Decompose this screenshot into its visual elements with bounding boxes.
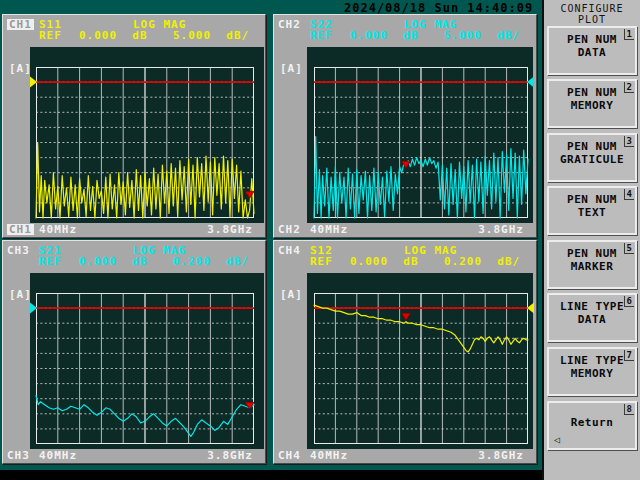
softkey-label: MARKER xyxy=(549,260,635,273)
softkey-number-badge: 6 xyxy=(624,296,634,307)
softkey-number-badge: 8 xyxy=(624,404,634,415)
sidebar-title: CONFIGUREPLOT xyxy=(544,3,640,25)
ref-label: REF xyxy=(310,30,333,41)
ref-label: REF xyxy=(310,256,333,267)
softkey-label: PEN NUM xyxy=(549,140,635,153)
scale-value: 5.000 dB/ xyxy=(444,30,520,41)
marker-ref-label: [A] xyxy=(9,63,32,74)
stop-frequency: 3.8GHz xyxy=(207,450,253,461)
graticule xyxy=(36,293,254,444)
channel-label: CH3 xyxy=(7,245,30,256)
channel-label: CH3 xyxy=(7,450,30,461)
softkey-number-badge: 2 xyxy=(624,82,634,93)
trace-plot xyxy=(314,67,528,218)
channel-label: CH1 xyxy=(7,19,34,30)
bottom-black-bar xyxy=(0,470,542,480)
channel-1-panel: CH1 S11 LOG MAG REF 0.000 dB 5.000 dB/ [… xyxy=(2,14,266,238)
graticule xyxy=(36,67,254,218)
stop-frequency: 3.8GHz xyxy=(478,224,524,235)
softkey-line-type-data[interactable]: 6 LINE TYPE DATA xyxy=(547,293,637,342)
softkey-label: PEN NUM xyxy=(549,33,635,46)
ref-value: 0.000 dB xyxy=(350,256,419,267)
graticule xyxy=(314,293,528,444)
softkey-number-badge: 7 xyxy=(624,350,634,361)
softkey-return[interactable]: 8 Return ◁ xyxy=(547,401,637,450)
softkey-label: LINE TYPE xyxy=(549,300,635,313)
softkey-number-badge: 5 xyxy=(624,243,634,254)
start-frequency: 40MHz xyxy=(310,224,348,235)
softkey-pen-num-graticule[interactable]: 3 PEN NUM GRATICULE xyxy=(547,133,637,182)
softkey-label: PEN NUM xyxy=(549,247,635,260)
softkey-sidebar: CONFIGUREPLOT 1 PEN NUM DATA 2 PEN NUM M… xyxy=(542,0,640,480)
stop-frequency: 3.8GHz xyxy=(207,224,253,235)
softkey-number-badge: 3 xyxy=(624,136,634,147)
softkey-label: GRATICULE xyxy=(549,153,635,166)
marker-ref-label: [A] xyxy=(280,63,303,74)
ref-label: REF xyxy=(39,30,62,41)
ref-label: REF xyxy=(39,256,62,267)
channel-label: CH2 xyxy=(278,224,301,235)
softkey-label: LINE TYPE xyxy=(549,354,635,367)
scale-value: 0.200 dB/ xyxy=(173,256,249,267)
start-frequency: 40MHz xyxy=(39,450,77,461)
softkey-label: MEMORY xyxy=(549,367,635,380)
channel-2-panel: CH2 S22 LOG MAG REF 0.000 dB 5.000 dB/ [… xyxy=(273,14,537,238)
channel-3-panel: CH3 S21 LOG MAG REF 0.000 dB 0.200 dB/ [… xyxy=(2,240,266,464)
softkey-pen-num-marker[interactable]: 5 PEN NUM MARKER xyxy=(547,240,637,289)
graticule xyxy=(314,67,528,218)
trace-plot xyxy=(36,67,254,218)
softkey-pen-num-memory[interactable]: 2 PEN NUM MEMORY xyxy=(547,79,637,128)
softkey-line-type-memory[interactable]: 7 LINE TYPE MEMORY xyxy=(547,347,637,396)
return-arrow-icon: ◁ xyxy=(554,435,560,445)
channel-label: CH2 xyxy=(278,19,301,30)
ref-value: 0.000 dB xyxy=(350,30,419,41)
softkey-number-badge: 4 xyxy=(624,189,634,200)
softkey-label: Return xyxy=(549,416,635,429)
marker-ref-label: [A] xyxy=(280,289,303,300)
channel-2-footer: CH2 40MHz 3.8GHz xyxy=(274,223,536,237)
channel-1-footer: CH1 40MHz 3.8GHz xyxy=(3,223,265,237)
ref-value: 0.000 dB xyxy=(79,256,148,267)
trace-plot xyxy=(36,293,254,444)
trace-plot xyxy=(314,293,528,444)
scale-value: 5.000 dB/ xyxy=(173,30,249,41)
softkey-label: DATA xyxy=(549,313,635,326)
stop-frequency: 3.8GHz xyxy=(478,450,524,461)
start-frequency: 40MHz xyxy=(39,224,77,235)
softkey-label: MEMORY xyxy=(549,99,635,112)
softkey-label: PEN NUM xyxy=(549,86,635,99)
datetime-display: 2024/08/18 Sun 14:40:09 xyxy=(344,1,533,15)
channel-4-footer: CH4 40MHz 3.8GHz xyxy=(274,449,536,463)
softkey-number-badge: 1 xyxy=(624,29,634,40)
softkey-pen-num-text[interactable]: 4 PEN NUM TEXT xyxy=(547,186,637,235)
channel-label: CH1 xyxy=(7,224,34,235)
softkey-label: DATA xyxy=(549,46,635,59)
softkey-label: PEN NUM xyxy=(549,193,635,206)
ref-value: 0.000 dB xyxy=(79,30,148,41)
softkey-pen-num-data[interactable]: 1 PEN NUM DATA xyxy=(547,26,637,75)
scale-value: 0.200 dB/ xyxy=(444,256,520,267)
channel-label: CH4 xyxy=(278,450,301,461)
vna-screen: { "titlebar": { "datetime": "2024/08/18 … xyxy=(0,0,640,480)
channel-label: CH4 xyxy=(278,245,301,256)
start-frequency: 40MHz xyxy=(310,450,348,461)
channel-3-footer: CH3 40MHz 3.8GHz xyxy=(3,449,265,463)
marker-ref-label: [A] xyxy=(9,289,32,300)
channel-4-panel: CH4 S12 LOG MAG REF 0.000 dB 0.200 dB/ [… xyxy=(273,240,537,464)
softkey-label: TEXT xyxy=(549,206,635,219)
